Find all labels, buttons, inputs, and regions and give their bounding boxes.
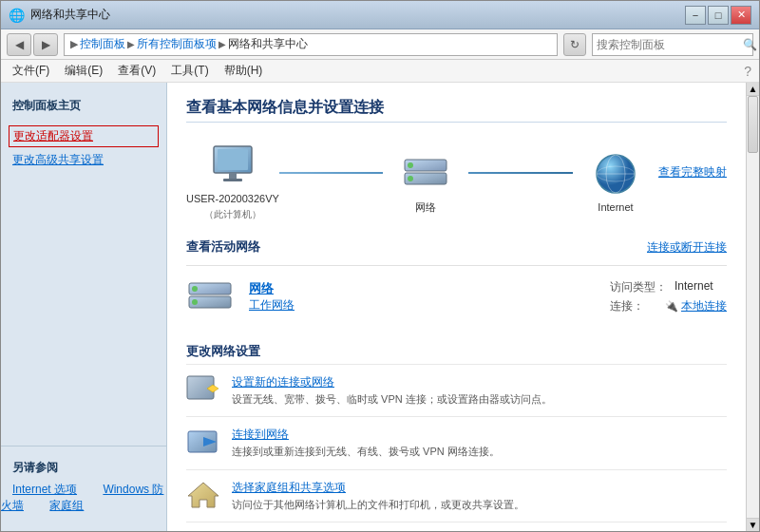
breadcrumb-item-2: 网络和共享中心 [228,36,308,52]
connection-value-container: 🔌 本地连接 [665,298,727,314]
connection-label: 连接： [610,298,657,314]
scrollbar-up[interactable]: ▲ [747,83,759,96]
minimize-button[interactable]: − [685,6,706,25]
scrollbar-down[interactable]: ▼ [747,518,759,531]
sidebar: 控制面板主页 更改适配器设置 更改高级共享设置 另请参阅 Internet 选项… [1,83,167,531]
connection-row: 连接： 🔌 本地连接 [610,298,727,314]
connect-network-text: 连接到网络 连接到或重新连接到无线、有线、拨号或 VPN 网络连接。 [232,427,727,459]
connect-disconnect-link[interactable]: 连接或断开连接 [647,239,727,256]
scrollbar[interactable]: ▲ ▼ [746,83,759,531]
search-icon[interactable]: 🔍 [743,38,757,51]
active-network-box: 网络 工作网络 访问类型： Internet 连接： 🔌 本地连接 [186,265,727,328]
svg-rect-2 [229,173,237,179]
active-network-svg [186,277,234,317]
homegroup-item: 选择家庭组和共享选项 访问位于其他网络计算机上的文件和打印机，或更改共享设置。 [186,469,727,522]
setup-connection-link[interactable]: 设置新的连接或网络 [232,374,727,390]
setup-connection-icon [186,374,220,405]
access-type-row: 访问类型： Internet [610,279,727,295]
svg-point-15 [192,299,198,305]
menu-help[interactable]: 帮助(H) [220,61,267,81]
search-input[interactable] [597,38,739,51]
menu-view[interactable]: 查看(V) [114,61,160,81]
homegroup-link[interactable]: 选择家庭组和共享选项 [232,480,727,496]
menu-bar: 文件(F) 编辑(E) 查看(V) 工具(T) 帮助(H) ? [1,60,759,83]
internet-globe-icon [587,150,644,198]
connect-network-icon [186,427,220,457]
menu-tools[interactable]: 工具(T) [167,61,212,81]
sidebar-also-title: 另请参阅 [1,454,166,482]
window-title: 网络和共享中心 [30,7,110,23]
maximize-button[interactable]: □ [708,6,729,25]
computer-sublabel: （此计算机） [204,208,261,221]
breadcrumb-separator-0: ▶ [127,39,135,49]
svg-point-7 [408,176,413,181]
computer-svg [208,144,257,186]
view-full-map-link[interactable]: 查看完整映射 [658,164,727,180]
active-network-title: 查看活动网络 [186,238,260,256]
back-button[interactable]: ◀ [7,33,31,56]
sidebar-link-sharing[interactable]: 更改高级共享设置 [1,149,166,171]
refresh-button[interactable]: ↻ [563,33,586,56]
svg-rect-1 [218,149,248,170]
content-area: 查看基本网络信息并设置连接 [167,83,746,531]
scrollbar-thumb[interactable] [748,96,758,153]
network-switch-icon [397,149,454,197]
network-details: 访问类型： Internet 连接： 🔌 本地连接 [610,279,727,314]
sidebar-also-section: 另请参阅 Internet 选项 Windows 防火墙 家庭组 [1,446,166,522]
address-bar: ◀ ▶ ▶ 控制面板 ▶ 所有控制面板项 ▶ 网络和共享中心 ↻ 🔍 [1,29,759,60]
forward-button[interactable]: ▶ [33,33,58,56]
network-line-2 [468,172,573,191]
connection-icon: 🔌 [665,300,678,313]
svg-rect-3 [223,179,242,181]
sidebar-link-adapter[interactable]: 更改适配器设置 [9,125,159,147]
breadcrumb-separator-1: ▶ [218,39,226,49]
connect-network-item: 连接到网络 连接到或重新连接到无线、有线、拨号或 VPN 网络连接。 [186,416,727,468]
globe-svg [591,153,640,195]
breadcrumb-item-0[interactable]: 控制面板 [80,36,125,52]
title-bar-buttons: − □ ✕ [685,6,751,25]
search-bar: 🔍 [592,33,753,56]
content-title: 查看基本网络信息并设置连接 [186,98,727,123]
menu-edit[interactable]: 编辑(E) [61,61,106,81]
main-area: 控制面板主页 更改适配器设置 更改高级共享设置 另请参阅 Internet 选项… [1,83,759,531]
computer-label: USER-20200326VY [186,193,279,204]
internet-label: Internet [598,201,633,213]
troubleshoot-item: 疑难解答 [186,522,727,531]
svg-point-14 [192,286,198,292]
close-button[interactable]: ✕ [731,6,751,25]
active-network-icon [186,276,234,318]
homegroup-icon [186,480,220,510]
menu-file[interactable]: 文件(F) [9,61,53,81]
setup-connection-svg [186,375,220,404]
scrollbar-track-area [747,96,759,518]
active-network-type[interactable]: 工作网络 [249,297,595,314]
title-bar: 🌐 网络和共享中心 − □ ✕ [1,1,759,29]
active-network-header: 查看活动网络 连接或断开连接 [186,238,727,256]
svg-point-6 [408,162,413,168]
network-diagram: USER-20200326VY （此计算机） [186,142,727,221]
network-svg [401,152,450,194]
svg-marker-20 [188,483,218,507]
network-node-internet: Internet [573,150,658,213]
back-icon: ◀ [15,38,24,51]
network-node-computer: USER-20200326VY （此计算机） [186,142,279,221]
setup-connection-item: 设置新的连接或网络 设置无线、宽带、拨号、临时或 VPN 连接；或设置路由器或访… [186,364,727,416]
active-network-name[interactable]: 网络 [249,280,595,297]
homegroup-svg [186,481,220,509]
computer-icon [204,142,261,189]
network-info: 网络 工作网络 [249,280,595,314]
title-bar-left: 🌐 网络和共享中心 [9,7,110,23]
network-line-1 [279,172,384,191]
connection-value-link[interactable]: 本地连接 [681,298,727,314]
connect-network-desc: 连接到或重新连接到无线、有线、拨号或 VPN 网络连接。 [232,446,500,457]
sidebar-link-homegroup[interactable]: 家庭组 [38,496,95,515]
homegroup-text: 选择家庭组和共享选项 访问位于其他网络计算机上的文件和打印机，或更改共享设置。 [232,480,727,512]
help-icon[interactable]: ? [744,64,751,79]
main-window: 🌐 网络和共享中心 − □ ✕ ◀ ▶ ▶ 控制面板 ▶ 所有控制面板项 ▶ 网… [0,0,760,532]
access-type-label: 访问类型： [610,279,667,295]
connect-network-link[interactable]: 连接到网络 [232,427,727,443]
breadcrumb-item-1[interactable]: 所有控制面板项 [137,36,217,52]
network-label: 网络 [415,200,436,215]
setup-connection-desc: 设置无线、宽带、拨号、临时或 VPN 连接；或设置路由器或访问点。 [232,393,552,405]
breadcrumb: ▶ 控制面板 ▶ 所有控制面板项 ▶ 网络和共享中心 [64,33,558,56]
